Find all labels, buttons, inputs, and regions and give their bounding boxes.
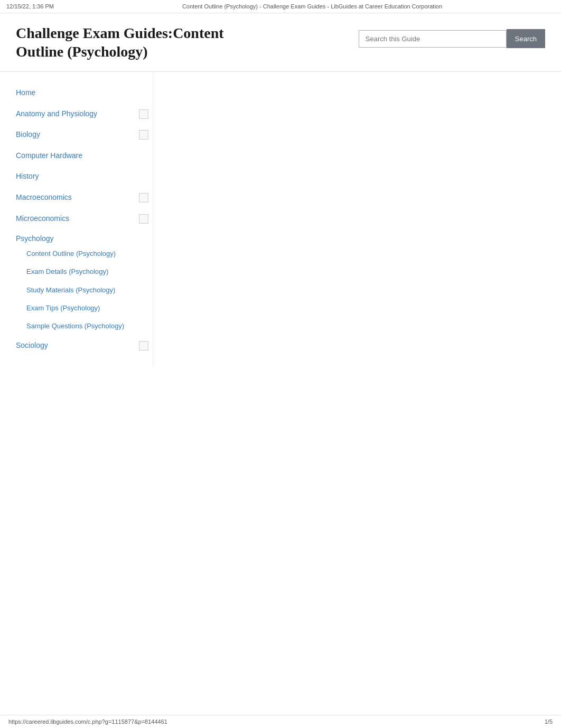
- sidebar-item-biology[interactable]: Biology: [16, 124, 153, 145]
- sidebar-item-psychology[interactable]: Psychology: [16, 229, 153, 245]
- search-area: Search: [359, 29, 545, 48]
- sidebar-subitem-study-materials[interactable]: Study Materials (Psychology): [26, 281, 153, 299]
- sidebar-item-computer-hardware-label: Computer Hardware: [16, 151, 148, 161]
- sidebar-item-sociology-indicator: [139, 341, 148, 351]
- psychology-sub-section: Content Outline (Psychology) Exam Detail…: [16, 245, 153, 335]
- sidebar-item-computer-hardware[interactable]: Computer Hardware: [16, 145, 153, 167]
- sidebar-item-microeconomics[interactable]: Microeconomics: [16, 208, 153, 229]
- sidebar-item-macroeconomics[interactable]: Macroeconomics: [16, 187, 153, 208]
- search-input[interactable]: [359, 30, 507, 48]
- sidebar-item-sociology[interactable]: Sociology: [16, 335, 153, 356]
- browser-timestamp: 12/15/22, 1:36 PM: [6, 3, 70, 10]
- sidebar-item-anatomy[interactable]: Anatomy and Physiology: [16, 104, 153, 125]
- sidebar: Home Anatomy and Physiology Biology Comp…: [0, 72, 153, 367]
- page-header: Challenge Exam Guides:Content Outline (P…: [0, 13, 561, 72]
- sidebar-item-microeconomics-label: Microeconomics: [16, 214, 136, 224]
- sidebar-subitem-sample-questions-label: Sample Questions (Psychology): [26, 321, 124, 331]
- page-footer: https://careered.libguides.com/c.php?g=1…: [0, 715, 561, 728]
- main-content: Home Anatomy and Physiology Biology Comp…: [0, 72, 561, 367]
- search-button[interactable]: Search: [507, 29, 545, 48]
- sidebar-subitem-content-outline[interactable]: Content Outline (Psychology): [26, 245, 153, 263]
- page-title: Challenge Exam Guides:Content Outline (P…: [16, 24, 269, 61]
- sidebar-item-psychology-label: Psychology: [16, 234, 54, 243]
- sidebar-item-biology-indicator: [139, 130, 148, 140]
- sidebar-item-macroeconomics-label: Macroeconomics: [16, 192, 136, 203]
- sidebar-subitem-exam-tips-label: Exam Tips (Psychology): [26, 303, 100, 313]
- sidebar-subitem-sample-questions[interactable]: Sample Questions (Psychology): [26, 317, 153, 335]
- sidebar-item-biology-label: Biology: [16, 130, 136, 140]
- sidebar-subitem-exam-tips[interactable]: Exam Tips (Psychology): [26, 299, 153, 317]
- sidebar-subitem-exam-details-label: Exam Details (Psychology): [26, 267, 108, 277]
- sidebar-item-home[interactable]: Home: [16, 82, 153, 104]
- sidebar-subitem-exam-details[interactable]: Exam Details (Psychology): [26, 263, 153, 281]
- sidebar-item-anatomy-label: Anatomy and Physiology: [16, 109, 136, 119]
- sidebar-subitem-content-outline-label: Content Outline (Psychology): [26, 249, 116, 259]
- footer-pagination: 1/5: [545, 718, 553, 725]
- browser-page-title: Content Outline (Psychology) - Challenge…: [70, 3, 555, 10]
- sidebar-item-macroeconomics-indicator: [139, 193, 148, 202]
- footer-url: https://careered.libguides.com/c.php?g=1…: [8, 718, 167, 725]
- sidebar-item-microeconomics-indicator: [139, 214, 148, 224]
- browser-bar: 12/15/22, 1:36 PM Content Outline (Psych…: [0, 0, 561, 13]
- sidebar-item-home-label: Home: [16, 88, 148, 98]
- sidebar-item-sociology-label: Sociology: [16, 340, 136, 351]
- sidebar-item-anatomy-indicator: [139, 109, 148, 119]
- sidebar-subitem-study-materials-label: Study Materials (Psychology): [26, 285, 115, 295]
- sidebar-item-history[interactable]: History: [16, 166, 153, 187]
- sidebar-item-history-label: History: [16, 171, 148, 182]
